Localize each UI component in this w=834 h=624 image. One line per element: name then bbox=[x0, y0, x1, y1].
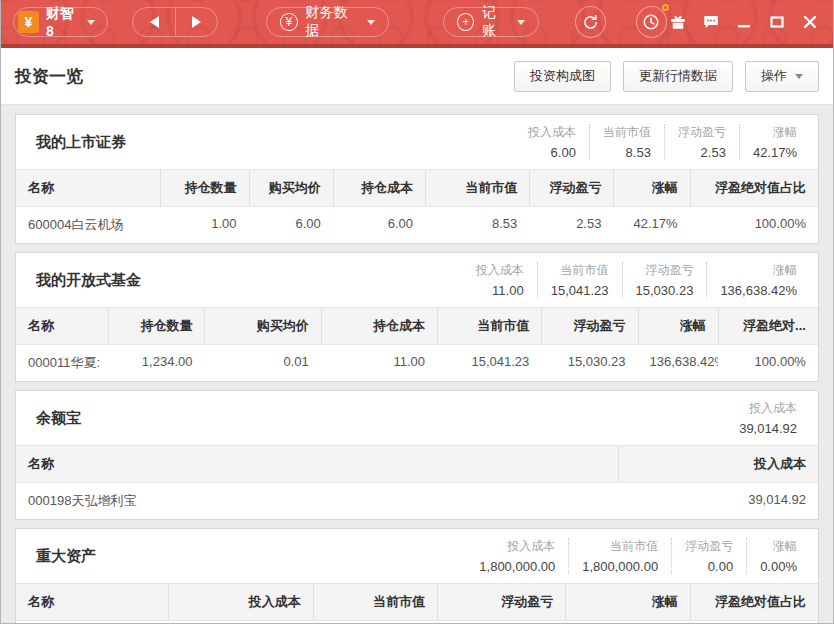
app-menu[interactable]: ¥ 财智8 bbox=[13, 7, 108, 37]
table-header-row: 名称投入成本 bbox=[16, 445, 818, 483]
table-cell: 0.01 bbox=[204, 345, 320, 381]
column-header: 涨幅 bbox=[565, 584, 689, 620]
column-header: 购买均价 bbox=[249, 170, 333, 206]
column-header: 涨幅 bbox=[613, 170, 689, 206]
stat-label: 当前市值 bbox=[551, 262, 609, 279]
section-summary: 投入成本1,800,000.00当前市值1,800,000.00浮动盈亏0.00… bbox=[466, 538, 810, 574]
window-controls bbox=[667, 11, 821, 33]
update-quotes-button[interactable]: 更新行情数据 bbox=[623, 61, 733, 92]
nav-arrows bbox=[132, 7, 218, 37]
table-cell: 1,800,000.00 bbox=[313, 621, 437, 623]
history-button[interactable] bbox=[636, 6, 667, 38]
chevron-down-icon bbox=[87, 20, 95, 25]
clock-icon bbox=[642, 13, 660, 31]
table-cell: 1.00 bbox=[160, 207, 248, 243]
summary-stat: 投入成本1,800,000.00 bbox=[466, 538, 568, 574]
composition-chart-button[interactable]: 投资构成图 bbox=[514, 61, 611, 92]
table-cell: 绿乡COCO十年 房子 bbox=[16, 621, 168, 623]
section-title: 我的上市证券 bbox=[36, 133, 126, 152]
summary-stat: 当前市值1,800,000.00 bbox=[568, 538, 671, 574]
app-window: ¥ 财智8 ¥ 财务数据 + 记账 bbox=[0, 0, 834, 624]
bookkeeping-menu[interactable]: + 记账 bbox=[443, 7, 539, 37]
back-icon bbox=[150, 16, 159, 28]
section-summary: 投入成本11.00当前市值15,041.23浮动盈亏15,030.23涨幅136… bbox=[463, 262, 810, 298]
table-cell: 6.00 bbox=[249, 207, 333, 243]
table-body: 绿乡COCO十年 房子1,800,000.001,800,000.000.000… bbox=[16, 621, 818, 623]
table-row[interactable]: 绿乡COCO十年 房子1,800,000.001,800,000.000.000… bbox=[16, 621, 818, 623]
column-header: 投入成本 bbox=[168, 584, 312, 620]
column-header: 当前市值 bbox=[437, 308, 541, 344]
table-row[interactable]: 000198天弘增利宝39,014.92 bbox=[16, 483, 818, 519]
section-open-end-funds: 我的开放式基金投入成本11.00当前市值15,041.23浮动盈亏15,030.… bbox=[15, 252, 819, 382]
column-header: 名称 bbox=[16, 446, 618, 482]
column-header: 名称 bbox=[16, 170, 160, 206]
table-row[interactable]: 000011华夏:1,234.000.0111.0015,041.2315,03… bbox=[16, 345, 818, 381]
column-header: 浮盈绝对值占比 bbox=[690, 170, 818, 206]
column-header: 名称 bbox=[16, 584, 168, 620]
summary-stat: 当前市值15,041.23 bbox=[537, 262, 622, 298]
stat-value: 8.53 bbox=[603, 145, 651, 160]
stat-value: 15,041.23 bbox=[551, 283, 609, 298]
section-listed-securities: 我的上市证券投入成本6.00当前市值8.53浮动盈亏2.53涨幅42.17%名称… bbox=[15, 114, 819, 244]
maximize-button[interactable] bbox=[766, 11, 788, 33]
section-summary: 投入成本6.00当前市值8.53浮动盈亏2.53涨幅42.17% bbox=[515, 124, 810, 160]
table-cell: 000198天弘增利宝 bbox=[16, 483, 618, 519]
summary-stat: 投入成本6.00 bbox=[515, 124, 589, 160]
section-yuebao: 余额宝投入成本39,014.92名称投入成本000198天弘增利宝39,014.… bbox=[15, 390, 819, 520]
table-header-row: 名称持仓数量购买均价持仓成本当前市值浮动盈亏涨幅浮盈绝对... bbox=[16, 307, 818, 345]
stat-label: 浮动盈亏 bbox=[685, 538, 733, 555]
stat-label: 浮动盈亏 bbox=[636, 262, 694, 279]
table-body: 000011华夏:1,234.000.0111.0015,041.2315,03… bbox=[16, 345, 818, 381]
table-cell: 11.00 bbox=[321, 345, 437, 381]
page-header: 投资一览 投资构成图 更新行情数据 操作 bbox=[1, 48, 833, 105]
feedback-button[interactable] bbox=[700, 11, 722, 33]
table-cell: 2.53 bbox=[529, 207, 613, 243]
column-header: 持仓成本 bbox=[321, 308, 437, 344]
section-title: 余额宝 bbox=[36, 409, 81, 428]
back-button[interactable] bbox=[133, 8, 175, 36]
stat-value: 136,638.42% bbox=[720, 283, 797, 298]
stat-label: 投入成本 bbox=[476, 262, 524, 279]
stat-value: 0.00% bbox=[760, 559, 797, 574]
table-cell: 42.17% bbox=[613, 207, 689, 243]
table-row[interactable]: 600004白云机场1.006.006.008.532.5342.17%100.… bbox=[16, 207, 818, 243]
forward-button[interactable] bbox=[175, 8, 217, 36]
chevron-down-icon bbox=[795, 74, 803, 79]
table-cell: 0.00% bbox=[690, 621, 818, 623]
summary-stat: 投入成本11.00 bbox=[463, 262, 537, 298]
stat-value: 42.17% bbox=[753, 145, 797, 160]
gift-icon bbox=[669, 13, 687, 31]
table-cell: 6.00 bbox=[333, 207, 425, 243]
stat-value: 2.53 bbox=[678, 145, 726, 160]
minimize-icon bbox=[737, 15, 751, 29]
forward-icon bbox=[192, 16, 201, 28]
minimize-button[interactable] bbox=[733, 11, 755, 33]
table-header-row: 名称持仓数量购买均价持仓成本当前市值浮动盈亏涨幅浮盈绝对值占比 bbox=[16, 169, 818, 207]
stat-label: 涨幅 bbox=[753, 124, 797, 141]
finance-data-menu[interactable]: ¥ 财务数据 bbox=[266, 7, 389, 37]
table-cell: 1,800,000.00 bbox=[168, 621, 312, 623]
app-logo-icon: ¥ bbox=[18, 11, 39, 33]
column-header: 持仓数量 bbox=[160, 170, 248, 206]
close-button[interactable] bbox=[799, 11, 821, 33]
stat-value: 39,014.92 bbox=[739, 421, 797, 436]
titlebar: ¥ 财智8 ¥ 财务数据 + 记账 bbox=[1, 0, 833, 48]
refresh-button[interactable] bbox=[575, 6, 606, 38]
column-header: 当前市值 bbox=[425, 170, 529, 206]
stat-value: 1,800,000.00 bbox=[582, 559, 658, 574]
gift-button[interactable] bbox=[667, 11, 689, 33]
section-summary: 投入成本39,014.92 bbox=[726, 400, 810, 436]
column-header: 持仓数量 bbox=[108, 308, 204, 344]
bookkeeping-label: 记账 bbox=[482, 4, 509, 40]
actions-dropdown[interactable]: 操作 bbox=[745, 61, 819, 92]
section-major-assets: 重大资产投入成本1,800,000.00当前市值1,800,000.00浮动盈亏… bbox=[15, 528, 819, 623]
app-name: 财智8 bbox=[46, 5, 80, 39]
table-cell: 1,234.00 bbox=[108, 345, 204, 381]
stat-label: 当前市值 bbox=[582, 538, 658, 555]
column-header: 持仓成本 bbox=[333, 170, 425, 206]
table-cell: 000011华夏: bbox=[16, 345, 108, 381]
table-body: 000198天弘增利宝39,014.92 bbox=[16, 483, 818, 519]
stat-label: 涨幅 bbox=[760, 538, 797, 555]
card-header: 重大资产投入成本1,800,000.00当前市值1,800,000.00浮动盈亏… bbox=[16, 529, 818, 583]
column-header: 投入成本 bbox=[618, 446, 819, 482]
